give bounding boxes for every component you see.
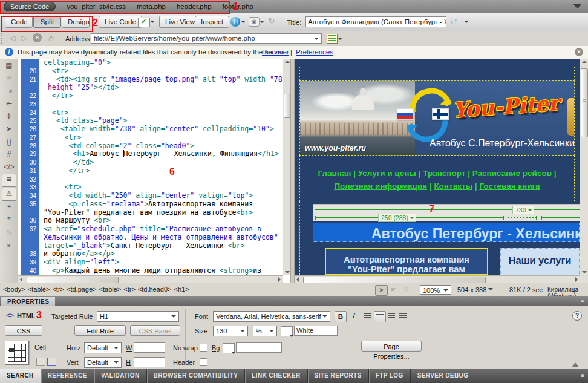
h-input[interactable] [134, 357, 165, 367]
edit-rule-button[interactable]: Edit Rule [74, 325, 126, 336]
view-button-design[interactable]: Design [62, 16, 90, 28]
tag-selector-item[interactable]: <table> [28, 286, 50, 293]
select-parent-tag-icon[interactable]: ➤ [2, 123, 16, 135]
code-line[interactable]: 34 <td width="250" align="center" valign… [18, 192, 283, 200]
code-line[interactable]: 24 <tr> [18, 109, 283, 117]
text-color-swatch[interactable] [281, 326, 293, 336]
file-status-icon[interactable]: ✓ [138, 18, 150, 27]
help-icon[interactable]: ? [572, 311, 582, 321]
tag-selector-item[interactable]: <tr> [123, 286, 136, 293]
design-scroll-thumb[interactable] [581, 68, 588, 137]
horz-combo[interactable]: Default [84, 342, 122, 353]
code-line[interactable]: 33 <tr> [18, 183, 283, 192]
expand-all-icon[interactable]: ✛ [2, 110, 16, 122]
show-navigation-icon[interactable]: ✳ [2, 72, 16, 84]
collapse-toolbar-icon[interactable]: » [3, 239, 15, 252]
results-tab-validation[interactable]: VALIDATION [94, 369, 147, 383]
code-line[interactable]: 25 <td class="page"> [18, 117, 283, 125]
code-line[interactable]: 32 [18, 175, 283, 184]
apply-comment-icon[interactable]: ❝ [2, 201, 16, 214]
discover-link[interactable]: Discover [262, 48, 289, 56]
results-tab-link-checker[interactable]: LINK CHECKER [245, 369, 307, 383]
code-line[interactable]: "You-Piter" предлагает вам поездки на ав… [18, 209, 283, 217]
code-line[interactable]: Хельсинки и обратно. Цены и места отправ… [18, 234, 283, 242]
panel-menu-icon[interactable]: ≡ [581, 298, 584, 305]
highlight-invalid-code-icon[interactable]: </> [2, 161, 16, 173]
design-scroll-down-arrow[interactable] [582, 271, 587, 273]
code-line[interactable]: 20 <tr> [18, 67, 283, 76]
select-tool-icon[interactable]: ➤ [375, 285, 388, 296]
site-nav-link[interactable]: Расписание рейсов [472, 169, 552, 178]
code-line[interactable]: 26 <table width="730" align="center" cel… [18, 125, 283, 134]
line-numbers-icon[interactable]: # [2, 148, 16, 160]
services-box[interactable]: Наши услуги [500, 248, 580, 275]
site-nav-link[interactable]: Услуги и цены [358, 169, 416, 178]
results-tab-site-reports[interactable]: SITE REPORTS [308, 369, 369, 383]
check-browser-compat-icon[interactable]: ◉ [249, 17, 260, 27]
code-line[interactable]: 23 [18, 100, 283, 109]
tag-selector-item[interactable]: <td.page> [67, 286, 97, 293]
align-right-button[interactable] [386, 311, 397, 321]
related-file[interactable]: header.php [177, 3, 212, 10]
code-line[interactable]: 36по маршруту <br> [18, 217, 283, 225]
site-nav-link[interactable]: Главная [318, 169, 351, 178]
code-line[interactable]: 38и обратно</a></p> [18, 250, 283, 258]
tag-selector-item[interactable]: <td.head0> [138, 286, 172, 293]
hand-tool-icon[interactable]: ☛ [388, 285, 399, 295]
size-unit-combo[interactable]: % [253, 326, 277, 336]
bg-color-swatch[interactable] [223, 343, 235, 353]
view-button-code[interactable]: Code [5, 16, 33, 28]
tag-selector-item[interactable]: <body> [3, 286, 25, 293]
code-line[interactable]: 29 <h1>Автобус Петербург - Хельсинки, Фи… [18, 150, 283, 159]
site-nav-link[interactable]: Полезная информация [334, 182, 427, 191]
collapse-selection-icon[interactable]: ⇤ [2, 97, 16, 110]
code-line[interactable]: 37<a href="schedule.php" title="Расписан… [18, 225, 283, 234]
font-combo[interactable]: Verdana, Arial, Helvetica, sans-serif [213, 311, 330, 322]
view-options-arrow[interactable] [338, 38, 342, 42]
merge-cells-icon[interactable] [36, 358, 45, 366]
source-code-tab[interactable]: Source Code [4, 2, 56, 11]
page-title-input[interactable]: Автобус в Финляндию (Санкт Петербург - Х… [305, 16, 446, 27]
pane-splitter[interactable] [290, 59, 295, 283]
compat-dropdown-arrow[interactable] [260, 21, 264, 25]
code-line[interactable]: 30 </td> [18, 159, 283, 167]
code-line[interactable]: 28 <td colspan="2" class="head0"> [18, 142, 283, 151]
preview-dropdown-arrow[interactable] [241, 21, 245, 25]
size-combo[interactable]: 130 [213, 326, 248, 336]
file-transfer-icon[interactable]: ↓↑ [450, 17, 457, 25]
preferences-link[interactable]: Preferences [296, 48, 333, 56]
preview-browser-globe-icon[interactable] [230, 17, 240, 27]
site-nav-cell[interactable]: Главная | Услуги и цены | Транспорт | Ра… [299, 155, 575, 201]
collapse-panel-icon[interactable] [572, 359, 578, 367]
filter-icon[interactable] [573, 4, 582, 8]
design-scroll-up-arrow[interactable] [582, 61, 587, 63]
code-line[interactable]: 27 <tr> [18, 134, 283, 142]
code-line[interactable]: cellspacing="0"> [18, 59, 283, 67]
open-documents-icon[interactable]: ▤ [2, 59, 16, 71]
results-tab-reference[interactable]: REFERENCE [41, 369, 94, 383]
design-scroll-left-arrow[interactable] [296, 277, 299, 282]
align-left-button[interactable] [362, 311, 373, 321]
tag-selector-item[interactable]: <table> [99, 286, 122, 293]
related-file[interactable]: you_piter_style.css [67, 3, 126, 10]
design-scroll-right-arrow[interactable] [575, 277, 578, 282]
word-wrap-icon[interactable]: ≣ [2, 174, 16, 187]
site-nav-link[interactable]: Гостевая книга [479, 182, 540, 191]
code-line[interactable]: 22 </tr> [18, 92, 283, 100]
design-vertical-scrollbar[interactable] [580, 59, 588, 275]
code-line[interactable]: 35 <p class="reclama">Автотранспортная к… [18, 200, 283, 209]
address-dropdown-arrow[interactable] [315, 38, 318, 42]
inner-width-label[interactable]: 250 (288) [378, 214, 416, 222]
home-icon[interactable]: ⌂ [46, 33, 56, 44]
collapse-full-tag-icon[interactable]: ⇥ [2, 85, 16, 97]
html-mode-button[interactable]: HTML [17, 312, 36, 319]
results-tab-browser-compatibility[interactable]: BROWSER COMPATIBILITY [147, 369, 246, 383]
code-line[interactable]: 21 <td><img src="images/page_top.png" al… [18, 76, 283, 84]
page-top-strip[interactable] [299, 67, 575, 80]
code-line[interactable]: target="_blank">Санкт-Петербург - Хельси… [18, 242, 283, 250]
close-infobar-icon[interactable]: × [575, 48, 583, 56]
page-properties-button[interactable]: Page Properties... [361, 341, 422, 352]
view-options-icon[interactable] [327, 34, 338, 44]
outer-width-label[interactable]: 730 [512, 206, 534, 214]
back-icon[interactable]: ◁ [7, 33, 18, 44]
